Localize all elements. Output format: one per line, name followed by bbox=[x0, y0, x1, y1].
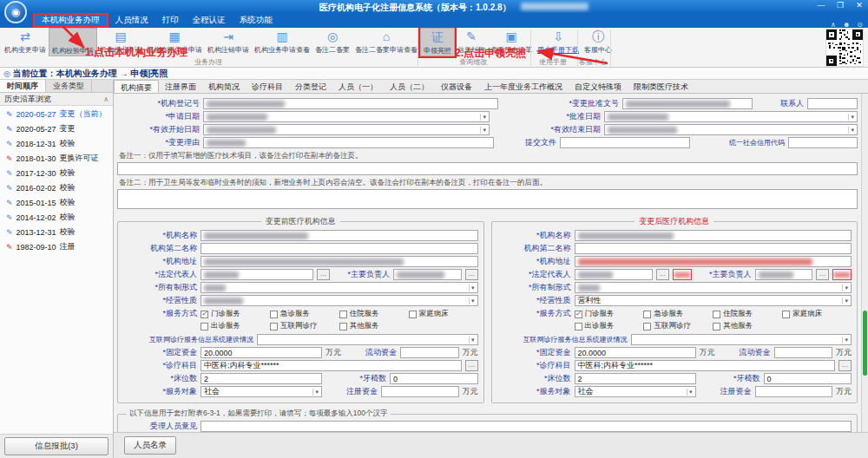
target-select[interactable]: 社会 bbox=[575, 386, 696, 397]
fixed-fund-input[interactable]: 20.0000 bbox=[575, 347, 696, 358]
service-checkbox[interactable]: 出诊服务 bbox=[575, 321, 644, 331]
history-item[interactable]: ✎ 2015-01-15 校验 bbox=[0, 195, 113, 210]
legal-rep-picker-button[interactable]: … bbox=[656, 269, 669, 280]
subjects-input[interactable]: 中医科;内科专业****** bbox=[201, 360, 462, 371]
ownership-select[interactable] bbox=[201, 282, 478, 293]
service-checkbox[interactable]: 互联网诊疗 bbox=[270, 321, 339, 331]
credit-code-input[interactable] bbox=[788, 137, 858, 148]
note1-textarea[interactable] bbox=[117, 162, 858, 175]
toolbar-button[interactable]: ⇩ 用户手册下载 bbox=[535, 28, 582, 56]
toolbar-button[interactable]: ⌂ 备注二备案申请查看 bbox=[352, 28, 420, 56]
history-item[interactable]: ✎ 2020-05-27 变更（当前） bbox=[0, 107, 113, 121]
minimize-button[interactable]: — bbox=[816, 1, 826, 10]
subjects-picker-button[interactable]: … bbox=[465, 360, 478, 371]
collapse-icon[interactable]: ∧ bbox=[103, 95, 108, 103]
beds-input[interactable]: 2 bbox=[575, 373, 696, 384]
history-item[interactable]: ✎ 2014-12-02 校验 bbox=[0, 210, 113, 225]
chairs-input[interactable]: 0 bbox=[764, 373, 852, 384]
principal-input[interactable] bbox=[755, 269, 813, 280]
service-checkbox[interactable]: 门诊服务 bbox=[575, 309, 644, 319]
history-item[interactable]: ✎ 2016-02-02 校验 bbox=[0, 180, 113, 195]
service-checkbox[interactable]: 其他服务 bbox=[713, 321, 782, 331]
principal-picker-button[interactable]: … bbox=[816, 269, 829, 280]
content-tab[interactable]: 人员（二） bbox=[384, 80, 435, 93]
menu-item[interactable]: 系统功能 bbox=[233, 13, 279, 28]
apply-date-select[interactable] bbox=[203, 111, 490, 122]
toolbar-button[interactable]: ⇥ 机构注销申请 bbox=[205, 28, 252, 56]
note2-textarea[interactable] bbox=[117, 189, 858, 209]
valid-start-select[interactable] bbox=[203, 124, 490, 135]
history-item[interactable]: ✎ 2017-12-30 校验 bbox=[0, 166, 113, 180]
reg-no-input[interactable] bbox=[203, 98, 498, 109]
approve-date-select[interactable] bbox=[604, 111, 858, 122]
history-item[interactable]: ✎ 2013-12-31 校验 bbox=[0, 225, 113, 239]
subjects-picker-button[interactable]: … bbox=[838, 360, 852, 371]
reg-fund-input[interactable] bbox=[381, 386, 459, 397]
nature-select[interactable] bbox=[201, 295, 478, 306]
content-tab[interactable]: 自定义特殊项 bbox=[569, 80, 628, 93]
chairs-input[interactable]: 0 bbox=[390, 373, 478, 384]
history-item[interactable]: ✎ 1982-09-10 注册 bbox=[0, 239, 113, 254]
internet-select[interactable] bbox=[257, 334, 478, 345]
maximize-button[interactable]: ❐ bbox=[835, 1, 845, 10]
org-name-input[interactable] bbox=[201, 230, 478, 241]
vertical-scrollbar[interactable] bbox=[861, 94, 868, 432]
principal-input[interactable] bbox=[393, 269, 462, 280]
history-item[interactable]: ✎ 2018-01-30 更换许可证 bbox=[0, 151, 113, 166]
service-checkbox[interactable]: 家庭病床 bbox=[782, 309, 852, 319]
history-item[interactable]: ✎ 2020-05-27 变更 bbox=[0, 121, 113, 136]
ownership-select[interactable] bbox=[575, 282, 852, 293]
toolbar-button[interactable]: 证 申领亮照 bbox=[420, 28, 455, 56]
menu-item[interactable]: 本机构业务办理 bbox=[33, 13, 108, 28]
content-tab[interactable]: 上一年度业务工作概况 bbox=[478, 80, 569, 93]
current-fund-input[interactable] bbox=[774, 347, 833, 358]
ribbon-icon[interactable]: ☻ bbox=[843, 15, 850, 30]
personnel-list-button[interactable]: 人员名录 bbox=[124, 436, 176, 455]
accept-opinion-input[interactable] bbox=[201, 421, 852, 432]
subjects-input[interactable]: 中医科;内科专业****** bbox=[575, 360, 836, 371]
legal-rep-picker-button[interactable]: … bbox=[317, 269, 330, 280]
address-input[interactable] bbox=[201, 256, 478, 267]
address-input[interactable] bbox=[575, 256, 852, 267]
report-info-button[interactable]: 信息报批(3) bbox=[4, 437, 108, 455]
close-button[interactable]: ✕ bbox=[854, 1, 865, 10]
fixed-fund-input[interactable]: 20.0000 bbox=[201, 347, 322, 358]
principal-picker-button[interactable]: … bbox=[465, 269, 478, 280]
ribbon-icon[interactable]: ⊙ bbox=[857, 15, 863, 30]
second-name-input[interactable] bbox=[575, 243, 852, 254]
menu-item[interactable]: 全程认证 bbox=[186, 13, 233, 28]
change-reason-input[interactable] bbox=[203, 137, 494, 148]
valid-end-select[interactable] bbox=[604, 124, 858, 135]
content-tab[interactable]: 机构摘要 bbox=[114, 80, 159, 93]
sidebar-tab[interactable]: 时间顺序 bbox=[0, 80, 46, 92]
service-checkbox[interactable]: 急诊服务 bbox=[270, 309, 339, 319]
content-tab[interactable]: 分类登记 bbox=[289, 80, 332, 93]
content-tab[interactable]: 人员（一） bbox=[332, 80, 384, 93]
history-section-header[interactable]: 历史沿革浏览 ∧ bbox=[0, 93, 113, 106]
approval-no-input[interactable] bbox=[622, 98, 753, 109]
menu-item[interactable]: 打印 bbox=[155, 13, 186, 28]
service-checkbox[interactable]: 住院服务 bbox=[713, 309, 782, 319]
scrollbar-thumb[interactable] bbox=[863, 311, 867, 376]
menu-item[interactable]: 人员情况 bbox=[108, 13, 155, 28]
org-name-input[interactable] bbox=[575, 230, 852, 241]
service-checkbox[interactable]: 互联网诊疗 bbox=[643, 321, 713, 331]
service-checkbox[interactable]: 出诊服务 bbox=[201, 321, 270, 331]
legal-rep-change-button[interactable] bbox=[673, 269, 692, 280]
target-select[interactable]: 社会 bbox=[201, 386, 322, 397]
legal-rep-input[interactable] bbox=[201, 269, 313, 280]
content-tab[interactable]: 仪器设备 bbox=[435, 80, 478, 93]
internet-select[interactable] bbox=[631, 334, 852, 345]
nature-select[interactable]: 营利性 bbox=[575, 295, 852, 306]
second-name-input[interactable] bbox=[201, 243, 478, 254]
content-tab[interactable]: 注册界面 bbox=[159, 80, 202, 93]
current-fund-input[interactable] bbox=[400, 347, 459, 358]
content-tab[interactable]: 机构简况 bbox=[202, 80, 246, 93]
toolbar-button[interactable]: ⇄ 机构变更申请 bbox=[2, 28, 49, 56]
content-tab[interactable]: 诊疗科目 bbox=[246, 80, 289, 93]
service-checkbox[interactable]: 家庭病床 bbox=[409, 309, 478, 319]
ribbon-icon[interactable]: ∧ bbox=[831, 15, 836, 30]
contact-input[interactable] bbox=[807, 98, 858, 109]
toolbar-button[interactable]: ▥ 机构业务申请查看 bbox=[252, 28, 312, 56]
submit-file-input[interactable] bbox=[560, 137, 690, 148]
